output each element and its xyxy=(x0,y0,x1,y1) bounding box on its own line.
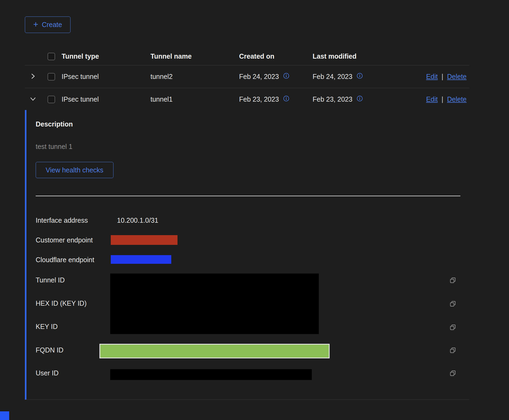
created-on-value: Feb 24, 2023 xyxy=(239,73,279,81)
action-separator: | xyxy=(441,73,443,81)
copy-icon xyxy=(449,277,456,285)
corner-blue-square xyxy=(0,411,9,420)
section-divider xyxy=(36,196,460,196)
customer-endpoint-label: Customer endpoint xyxy=(36,236,93,244)
copy-icon xyxy=(449,347,456,355)
tunnel-id-label: Tunnel ID xyxy=(36,276,65,284)
cloudflare-endpoint-redacted-value xyxy=(111,255,171,264)
table-header-row: Tunnel type Tunnel name Created on Last … xyxy=(25,48,469,65)
collapse-row-button[interactable] xyxy=(30,96,36,103)
copy-fqdn-id-button[interactable] xyxy=(449,347,456,355)
user-id-label: User ID xyxy=(36,369,59,377)
hex-id-label: HEX ID (KEY ID) xyxy=(36,299,86,307)
description-value: test tunnel 1 xyxy=(36,143,72,150)
delete-link[interactable]: Delete xyxy=(447,73,467,81)
last-modified-value: Feb 24, 2023 xyxy=(313,73,352,81)
interface-address-label: Interface address xyxy=(36,216,88,224)
copy-tunnel-id-button[interactable] xyxy=(449,277,456,285)
user-id-redacted-value xyxy=(110,369,312,380)
chevron-right-icon xyxy=(30,73,36,80)
info-icon[interactable] xyxy=(357,73,363,81)
header-tunnel-type: Tunnel type xyxy=(62,52,150,60)
tunnels-table: Tunnel type Tunnel name Created on Last … xyxy=(25,48,469,111)
edit-link[interactable]: Edit xyxy=(426,73,438,81)
last-modified-value: Feb 23, 2023 xyxy=(313,95,352,103)
tunnel-detail-panel: Description test tunnel 1 View health ch… xyxy=(25,110,469,400)
delete-link[interactable]: Delete xyxy=(447,95,467,103)
edit-link[interactable]: Edit xyxy=(426,95,438,103)
copy-key-id-button[interactable] xyxy=(449,324,456,332)
row-checkbox[interactable] xyxy=(48,73,55,81)
description-label: Description xyxy=(36,120,73,128)
copy-icon xyxy=(449,370,456,378)
create-button[interactable]: + Create xyxy=(25,16,71,33)
view-health-checks-label: View health checks xyxy=(46,166,103,174)
info-icon[interactable] xyxy=(283,73,289,81)
key-id-label: KEY ID xyxy=(36,323,58,330)
created-on-value: Feb 23, 2023 xyxy=(239,95,279,103)
copy-icon xyxy=(449,300,456,308)
id-values-redacted-block xyxy=(110,274,319,334)
customer-endpoint-redacted-value xyxy=(111,235,178,245)
copy-icon xyxy=(449,324,456,332)
copy-user-id-button[interactable] xyxy=(449,370,456,378)
info-icon[interactable] xyxy=(357,95,363,103)
chevron-down-icon xyxy=(30,96,36,103)
table-row-tunnel2: IPsec tunnel tunnel2 Feb 24, 2023 Feb 24… xyxy=(25,65,469,88)
header-checkbox-cell xyxy=(41,53,62,60)
select-all-checkbox[interactable] xyxy=(48,53,55,60)
tunnel-type-cell: IPsec tunnel xyxy=(62,73,150,81)
header-tunnel-name: Tunnel name xyxy=(150,52,239,60)
table-row-tunnel1: IPsec tunnel tunnel1 Feb 23, 2023 Feb 23… xyxy=(25,88,469,111)
expand-row-button[interactable] xyxy=(30,73,36,80)
fqdn-id-label: FQDN ID xyxy=(36,346,63,354)
view-health-checks-button[interactable]: View health checks xyxy=(36,162,113,178)
fqdn-id-redacted-value xyxy=(99,344,330,358)
cloudflare-endpoint-label: Cloudflare endpoint xyxy=(36,256,94,264)
tunnel-type-cell: IPsec tunnel xyxy=(62,95,150,103)
header-created-on: Created on xyxy=(239,52,313,60)
create-button-label: Create xyxy=(42,21,62,29)
tunnel-name-cell: tunnel1 xyxy=(150,95,239,103)
tunnels-page: + Create Tunnel type Tunnel name Created… xyxy=(0,0,509,420)
row-checkbox[interactable] xyxy=(48,96,55,103)
copy-hex-id-button[interactable] xyxy=(449,300,456,308)
action-separator: | xyxy=(441,95,443,103)
header-last-modified: Last modified xyxy=(313,52,416,60)
info-icon[interactable] xyxy=(283,95,289,103)
interface-address-value: 10.200.1.0/31 xyxy=(117,216,158,224)
tunnel-name-cell: tunnel2 xyxy=(150,73,239,81)
plus-icon: + xyxy=(33,20,38,29)
